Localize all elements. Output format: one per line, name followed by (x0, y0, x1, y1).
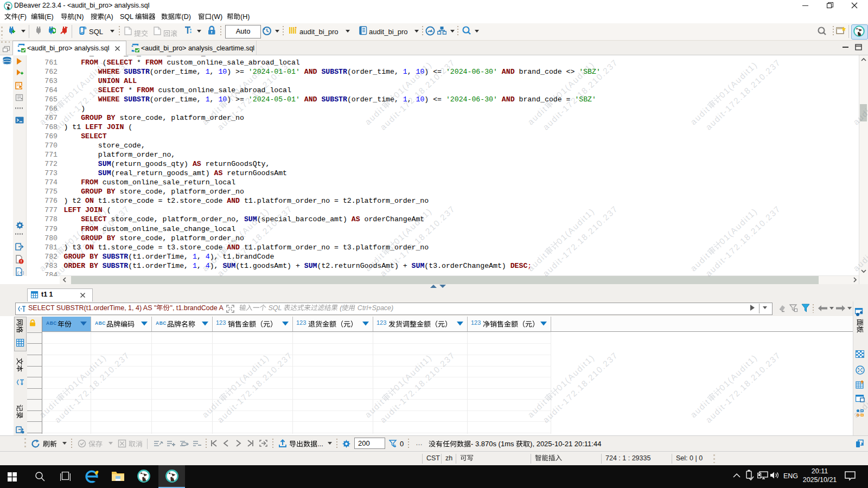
svg-text:(x): (x) (17, 270, 24, 275)
